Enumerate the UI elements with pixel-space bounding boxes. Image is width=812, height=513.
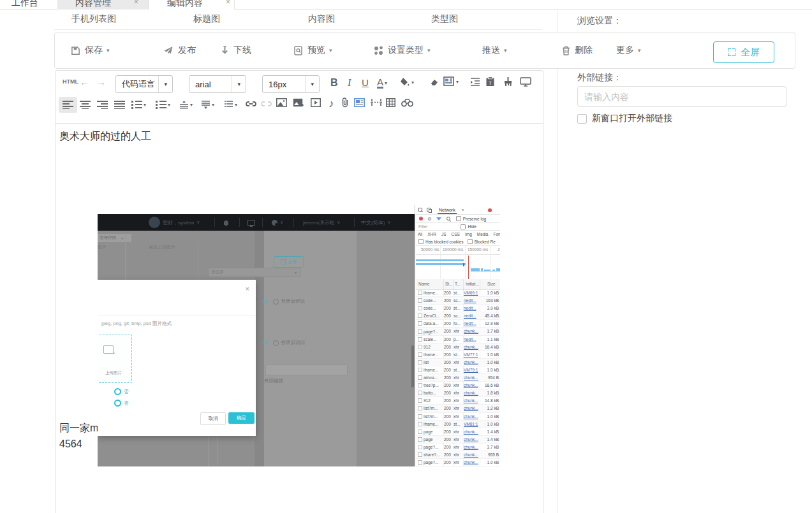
search-icon bbox=[447, 217, 450, 220]
align-left-icon[interactable] bbox=[59, 97, 77, 113]
editor-content-area[interactable]: 奥术大师的过的人工 您好，system∨ ∨ jeecms演示站∨ 中文(简体 bbox=[55, 124, 543, 513]
push-button[interactable]: 推送▾ bbox=[482, 33, 507, 68]
download-arrow-icon bbox=[221, 46, 229, 55]
insert-image-plus-icon[interactable] bbox=[293, 98, 304, 107]
publish-button[interactable]: 发布 bbox=[163, 33, 196, 68]
indent-paragraph-icon[interactable]: ▾ bbox=[220, 97, 241, 113]
tab-workbench[interactable]: 工作台 bbox=[11, 0, 38, 10]
line-height-icon[interactable]: ▾ bbox=[175, 97, 196, 113]
align-justify-icon[interactable] bbox=[110, 97, 129, 113]
request-type-icon bbox=[418, 406, 422, 410]
underline-icon[interactable]: U bbox=[362, 77, 369, 88]
font-color-icon[interactable]: A▾ bbox=[377, 78, 387, 89]
network-request-row[interactable]: data:a... 200 fo... nedit... 12.9 kB bbox=[416, 320, 500, 328]
network-request-row[interactable]: scale... 200 p... nedit... 1.1 kB bbox=[416, 336, 500, 343]
network-request-row[interactable]: iframe... 200 st... VM81:1 1.0 kB bbox=[416, 421, 500, 428]
network-request-row[interactable]: page 200 xhr chunk... 1.4 kB bbox=[416, 436, 500, 444]
network-request-row[interactable]: ZeroCl... 200 sc... nedit... 45.4 kB bbox=[416, 312, 500, 320]
embedded-screenshot-image[interactable]: 您好，system∨ ∨ jeecms演示站∨ 中文(简体)∨ 管 bbox=[98, 205, 500, 466]
embedded-page-tab: 管理详情× bbox=[98, 234, 131, 242]
chevron-down-icon: ▾ bbox=[504, 47, 507, 54]
embedded-radio-no-2: 否 bbox=[114, 400, 129, 407]
network-request-row[interactable]: 912 200 xhr chunk... 14.8 kB bbox=[416, 397, 500, 405]
format-brush-icon[interactable] bbox=[503, 76, 513, 87]
sidebar-divider bbox=[557, 68, 557, 513]
paste-icon[interactable]: T bbox=[485, 76, 495, 87]
fullscreen-button[interactable]: 全屏 bbox=[713, 41, 774, 63]
new-window-checkbox[interactable] bbox=[577, 114, 587, 124]
redo-icon[interactable]: → bbox=[96, 76, 106, 87]
undo-icon[interactable]: ← bbox=[80, 76, 89, 87]
paragraph-spacing-icon[interactable]: ▾ bbox=[197, 97, 218, 113]
network-request-row[interactable]: share?... 200 xhr chunk... 955 B bbox=[416, 451, 500, 459]
align-right-icon[interactable] bbox=[93, 97, 112, 113]
image-layout-icon[interactable]: ▾ bbox=[443, 76, 459, 87]
close-icon[interactable]: × bbox=[134, 0, 138, 6]
external-link-input[interactable] bbox=[577, 86, 786, 107]
embedded-fullscreen-button: 全屏 bbox=[274, 256, 304, 268]
network-request-row[interactable]: list?m... 200 xhr chunk... 1.2 kB bbox=[416, 405, 500, 412]
delete-button[interactable]: 删除 bbox=[562, 33, 593, 68]
network-request-row[interactable]: iframe... 200 st... VM79:1 1.0 kB bbox=[416, 366, 500, 374]
waterfall-marker bbox=[468, 256, 469, 279]
screenshot-icon[interactable] bbox=[354, 98, 365, 107]
set-type-button[interactable]: 设置类型▾ bbox=[374, 33, 431, 68]
tab-edit-content[interactable]: 编辑内容× bbox=[149, 0, 235, 10]
italic-icon[interactable]: I bbox=[348, 77, 351, 89]
network-request-row[interactable]: 912 200 xhr chunk... 16.4 kB bbox=[416, 343, 500, 351]
network-request-row[interactable]: amou... 200 xhr chunk... 954 B bbox=[416, 374, 500, 382]
insert-table-icon[interactable] bbox=[386, 98, 395, 107]
network-request-row[interactable]: tree?p... 200 xhr chunk... 18.6 kB bbox=[416, 382, 500, 389]
html-source-button[interactable]: HTML bbox=[63, 78, 78, 85]
preview-monitor-icon[interactable] bbox=[520, 77, 531, 87]
unlink-icon[interactable] bbox=[261, 100, 272, 108]
app-root: 工作台 内容管理× 编辑内容× 手机列表图 标题图 内容图 类型图 浏览设置： … bbox=[0, 0, 812, 513]
network-request-row[interactable]: butto... 200 xhr chunk... 1.8 kB bbox=[416, 389, 500, 397]
font-family-select[interactable]: arial▾ bbox=[189, 75, 246, 93]
network-request-row[interactable]: page 200 xhr chunk... 1.4 kB bbox=[416, 428, 500, 436]
font-size-select[interactable]: 16px▾ bbox=[262, 75, 320, 93]
request-type-icon bbox=[418, 321, 422, 326]
offline-button[interactable]: 下线 bbox=[221, 33, 251, 68]
align-center-icon[interactable] bbox=[76, 97, 94, 113]
embedded-upload-hint-cut: 上传图片 bbox=[98, 244, 107, 250]
save-button[interactable]: 保存▾ bbox=[71, 33, 110, 68]
fullscreen-label: 全屏 bbox=[741, 47, 760, 59]
request-type-icon bbox=[418, 422, 422, 426]
find-replace-binoculars-icon[interactable] bbox=[401, 98, 413, 107]
insert-video-icon[interactable] bbox=[311, 98, 321, 107]
attachment-icon[interactable] bbox=[341, 98, 349, 108]
page-break-icon[interactable] bbox=[371, 98, 382, 106]
network-request-row[interactable]: iframe... 200 st... VM69:1 1.0 kB bbox=[416, 289, 500, 297]
publish-label: 发布 bbox=[178, 45, 196, 56]
more-button[interactable]: 更多▾ bbox=[616, 33, 641, 68]
network-request-row[interactable]: list?m... 200 xhr chunk... 1.0 kB bbox=[416, 413, 500, 421]
network-request-row[interactable]: code... 200 sc... nedit... 163 kB bbox=[416, 297, 500, 305]
eraser-icon[interactable] bbox=[428, 78, 438, 87]
embedded-upload-dropzone[interactable]: 上传图片 bbox=[98, 335, 132, 383]
close-icon[interactable]: × bbox=[246, 285, 249, 293]
close-icon[interactable]: × bbox=[226, 0, 230, 6]
preview-button[interactable]: 预览▾ bbox=[294, 33, 332, 68]
insert-audio-icon[interactable]: ♪ bbox=[328, 98, 334, 110]
network-request-row[interactable]: iframe... 200 st... VM77:1 1.0 kB bbox=[416, 351, 500, 359]
embedded-site-header: 您好，system∨ ∨ jeecms演示站∨ 中文(简体)∨ bbox=[98, 214, 415, 231]
network-request-row[interactable]: page?... 200 xhr chunk... 1.7 kB bbox=[416, 328, 500, 335]
network-request-row[interactable]: page?... 200 xhr chunk... 3.7 kB bbox=[416, 444, 500, 451]
ordered-list-icon[interactable]: ▾ bbox=[128, 97, 150, 113]
link-icon[interactable] bbox=[246, 100, 256, 108]
editor-paragraph: 同一家m bbox=[59, 422, 98, 435]
network-request-row[interactable]: page?... 200 xhr chunk... 1.0 kB bbox=[416, 459, 500, 466]
indent-icon[interactable] bbox=[470, 77, 480, 86]
background-color-icon[interactable]: ▾ bbox=[400, 77, 414, 87]
publish-icon bbox=[163, 46, 173, 55]
request-type-icon bbox=[418, 368, 422, 372]
bold-icon[interactable]: B bbox=[330, 77, 338, 89]
request-type-icon bbox=[418, 445, 422, 449]
unordered-list-icon[interactable]: ▾ bbox=[152, 97, 174, 113]
network-request-row[interactable]: list 200 xhr chunk... 1.0 kB bbox=[416, 359, 500, 366]
network-request-row[interactable]: code... 200 st... nedit... 3.9 kB bbox=[416, 305, 500, 312]
tab-content-management[interactable]: 内容管理× bbox=[57, 0, 149, 10]
code-language-select[interactable]: 代码语言▾ bbox=[115, 75, 173, 93]
insert-image-icon[interactable] bbox=[276, 98, 287, 107]
